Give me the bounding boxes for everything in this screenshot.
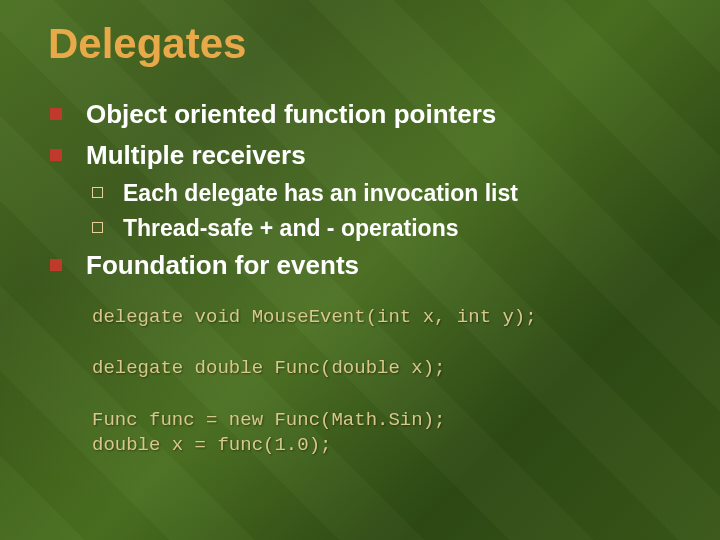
- code-block: delegate void MouseEvent(int x, int y); …: [92, 305, 680, 459]
- slide: Delegates Object oriented function point…: [0, 0, 720, 540]
- list-item: Thread-safe + and - operations: [92, 214, 680, 243]
- bullet-text: Multiple receivers: [86, 139, 306, 172]
- square-outline-icon: [92, 222, 103, 233]
- list-item: Multiple receivers: [50, 139, 680, 172]
- list-item: Foundation for events: [50, 249, 680, 282]
- square-bullet-icon: [50, 108, 62, 120]
- list-item: Each delegate has an invocation list: [92, 179, 680, 208]
- slide-title: Delegates: [48, 20, 680, 68]
- square-bullet-icon: [50, 259, 62, 271]
- slide-content: Object oriented function pointers Multip…: [50, 98, 680, 459]
- bullet-text: Object oriented function pointers: [86, 98, 496, 131]
- bullet-text: Foundation for events: [86, 249, 359, 282]
- list-item: Object oriented function pointers: [50, 98, 680, 131]
- bullet-text: Thread-safe + and - operations: [123, 214, 459, 243]
- bullet-text: Each delegate has an invocation list: [123, 179, 518, 208]
- square-bullet-icon: [50, 149, 62, 161]
- square-outline-icon: [92, 187, 103, 198]
